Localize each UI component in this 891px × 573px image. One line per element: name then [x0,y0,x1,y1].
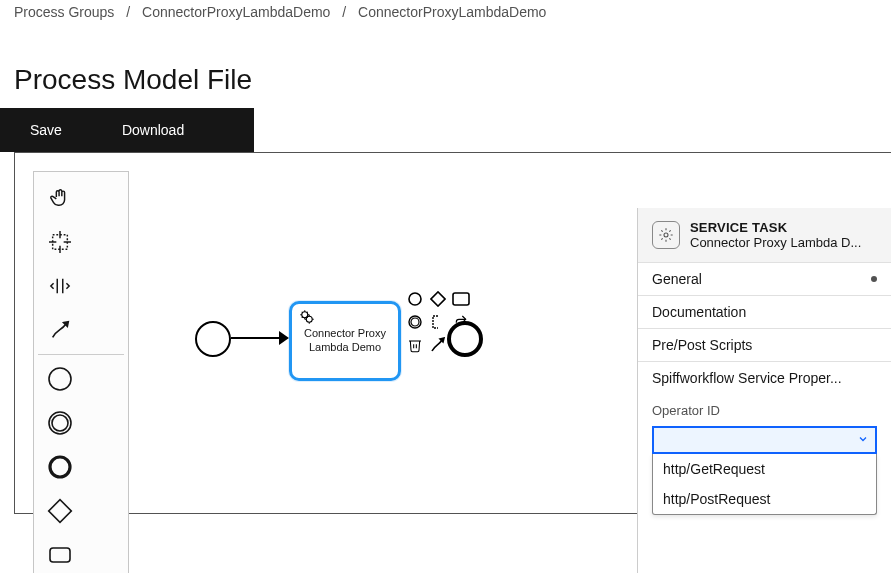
section-service-properties[interactable]: Spiffworkflow Service Proper... [638,362,891,394]
svg-point-27 [411,318,419,326]
tool-palette [33,171,129,573]
dropdown-option[interactable]: http/GetRequest [653,454,876,484]
gateway-tool[interactable] [38,489,82,533]
section-documentation[interactable]: Documentation [638,296,891,329]
operator-id-dropdown: http/GetRequest http/PostRequest [652,454,877,515]
properties-header: SERVICE TASK Connector Proxy Lambda D... [638,208,891,263]
breadcrumb-group[interactable]: ConnectorProxyLambdaDemo [142,4,330,20]
section-scripts[interactable]: Pre/Post Scripts [638,329,891,362]
svg-rect-25 [453,293,469,305]
toolbar: Save Download [0,108,254,152]
svg-point-22 [306,316,312,322]
svg-rect-13 [50,548,70,562]
lasso-tool[interactable] [38,220,82,264]
delete-icon[interactable] [405,335,425,355]
start-event-tool[interactable] [38,357,82,401]
breadcrumb-root[interactable]: Process Groups [14,4,114,20]
section-general[interactable]: General [638,263,891,296]
svg-point-11 [50,457,70,477]
section-label: Pre/Post Scripts [652,337,752,353]
operator-id-label: Operator ID [652,403,720,418]
properties-panel: SERVICE TASK Connector Proxy Lambda D...… [637,208,891,573]
append-event-icon[interactable] [405,289,425,309]
connect-icon[interactable] [428,335,448,355]
svg-rect-12 [49,500,72,523]
breadcrumb-sep: / [118,4,138,20]
save-button[interactable]: Save [0,108,92,152]
start-event[interactable] [195,321,231,357]
service-task-node[interactable]: Connector Proxy Lambda Demo [289,301,401,381]
svg-point-32 [664,233,668,237]
svg-point-23 [409,293,421,305]
svg-point-10 [52,415,68,431]
svg-point-8 [49,368,71,390]
breadcrumb: Process Groups / ConnectorProxyLambdaDem… [0,0,891,20]
service-task-label: Connector Proxy Lambda Demo [292,327,398,355]
section-label: General [652,271,702,287]
element-name: Connector Proxy Lambda D... [690,235,861,250]
section-label: Spiffworkflow Service Proper... [652,370,842,386]
end-event[interactable] [447,321,483,357]
gear-icon [298,308,316,330]
breadcrumb-model: ConnectorProxyLambdaDemo [358,4,546,20]
intermediate-event-tool[interactable] [38,401,82,445]
task-tool[interactable] [38,533,82,573]
annotation-icon[interactable] [428,312,448,332]
element-type: SERVICE TASK [690,220,861,235]
breadcrumb-sep: / [334,4,354,20]
append-gateway-icon[interactable] [428,289,448,309]
download-button[interactable]: Download [92,108,214,152]
gear-icon [652,221,680,249]
append-task-icon[interactable] [451,289,471,309]
connect-tool[interactable] [38,308,82,352]
page-title: Process Model File [0,20,891,108]
chevron-down-icon [857,432,869,448]
operator-id-select[interactable] [652,426,877,454]
svg-rect-24 [431,292,445,306]
hand-tool[interactable] [38,176,82,220]
end-event-tool[interactable] [38,445,82,489]
sequence-flow-arrowhead [279,331,289,345]
dot-indicator [871,276,877,282]
sequence-flow[interactable] [231,337,285,339]
space-tool[interactable] [38,264,82,308]
operator-id-field: Operator ID [638,394,891,422]
append-intermediate-icon[interactable] [405,312,425,332]
section-label: Documentation [652,304,746,320]
dropdown-option[interactable]: http/PostRequest [653,484,876,514]
